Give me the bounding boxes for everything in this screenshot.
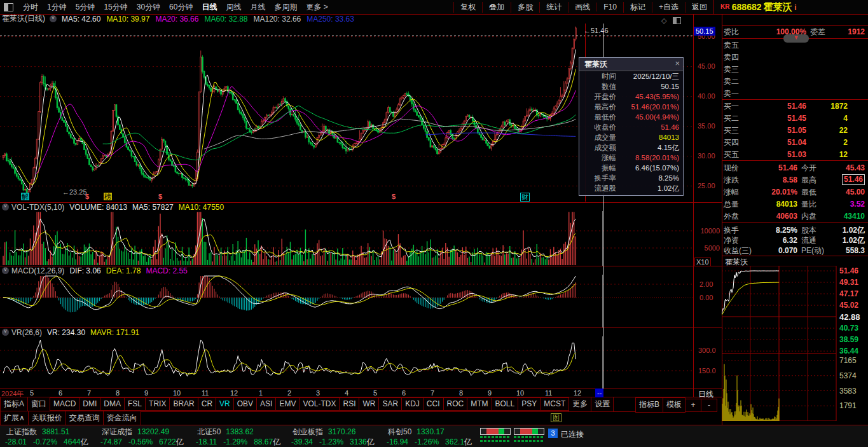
connection-badge[interactable]: 3	[548, 429, 558, 438]
sell-row-3[interactable]: 卖三	[724, 64, 866, 76]
event-marker-5[interactable]: 财	[520, 193, 530, 202]
index-group-4[interactable]: 科创501330.17-16.94-1.26%362.1亿	[382, 425, 477, 447]
axis-month-6: 11	[202, 389, 209, 397]
tool-item-6[interactable]: 标记	[623, 2, 652, 13]
tab-right-3[interactable]: -	[701, 399, 717, 412]
stock-name[interactable]: 霍莱沃	[764, 1, 792, 12]
chart-text-badge[interactable]: 图	[551, 413, 561, 422]
event-marker-0[interactable]: 解	[21, 193, 29, 200]
indicator-tab-ASI[interactable]: ASI	[256, 397, 276, 411]
period-item-10[interactable]: 更多 >	[301, 2, 332, 13]
collapse-vol-icon[interactable]: ˅	[2, 203, 9, 210]
indicator-tab-SAR[interactable]: SAR	[378, 397, 402, 411]
indicator-tab-MCST[interactable]: MCST	[540, 397, 569, 411]
indicator-tab-RSI[interactable]: RSI	[339, 397, 359, 411]
buy-row-1[interactable]: 买一51.461872	[724, 100, 866, 113]
event-marker-3[interactable]: $	[158, 193, 163, 200]
tool-item-4[interactable]: 画线	[568, 2, 596, 13]
window-split-icon[interactable]	[4, 3, 13, 11]
tool-item-2[interactable]: 多股	[511, 2, 539, 13]
tool-item-5[interactable]: F10	[596, 3, 623, 11]
volume-chart[interactable]	[0, 211, 693, 266]
indicator-tab-BOLL[interactable]: BOLL	[492, 397, 519, 411]
indicator-tab-FSL[interactable]: FSL	[124, 397, 146, 411]
period-item-3[interactable]: 15分钟	[99, 2, 132, 13]
popup-row-label-4: 最低价	[583, 112, 616, 122]
buy-row-5[interactable]: 买五51.0312	[724, 149, 866, 161]
period-item-7[interactable]: 周线	[221, 2, 245, 13]
diamond-icon[interactable]: ◇	[661, 17, 666, 25]
tab-right-2[interactable]: +	[685, 399, 701, 412]
indicator-tab-PSY[interactable]: PSY	[518, 397, 541, 411]
index-group-3[interactable]: 创业板指3170.26-39.34-1.23%3136亿	[286, 425, 382, 447]
mini-price-label-4: 42.88	[839, 312, 860, 322]
indicator-tab-更多[interactable]: 更多	[568, 397, 591, 412]
indicator-tab-DMI[interactable]: DMI	[79, 397, 100, 411]
period-item-1[interactable]: 1分钟	[43, 2, 71, 13]
period-item-0[interactable]: 分时	[18, 2, 43, 13]
indicator-tab-VR[interactable]: VR	[216, 397, 234, 411]
event-marker-2[interactable]: 榜	[104, 193, 112, 200]
bottom-tab-0[interactable]: 扩展∧	[0, 411, 29, 426]
indicator-tab-CCI[interactable]: CCI	[423, 397, 444, 411]
indicator-tab-BRAR[interactable]: BRAR	[169, 397, 198, 411]
period-item-2[interactable]: 5分钟	[71, 2, 100, 13]
period-item-5[interactable]: 60分钟	[165, 2, 197, 13]
index-group-2[interactable]: 北证501383.62-18.11-1.29%88.67亿	[191, 425, 286, 447]
indicator-tab-DMA[interactable]: DMA	[100, 397, 125, 411]
tool-item-8[interactable]: 返回	[685, 2, 713, 13]
indicator-tab-指标A[interactable]: 指标A	[0, 397, 28, 412]
buy-row-3[interactable]: 买三51.0522	[724, 125, 866, 137]
period-item-6[interactable]: 日线	[197, 2, 221, 13]
index-group-0[interactable]: 上证指数3881.51-28.01-0.72%4644亿	[0, 425, 95, 447]
collapse-vr-icon[interactable]: ˅	[2, 329, 9, 336]
period-item-4[interactable]: 30分钟	[132, 2, 165, 13]
fund-row-1-l1: 净资	[724, 236, 739, 245]
popup-title[interactable]: 霍莱沃	[579, 58, 683, 71]
collapse-macd-icon[interactable]: ˅	[2, 267, 9, 274]
tool-item-7[interactable]: +自选	[652, 2, 685, 13]
bottom-tab-2[interactable]: 交易查询	[65, 411, 104, 426]
popup-close-icon[interactable]: ×	[675, 58, 680, 68]
indicator-tab-KDJ[interactable]: KDJ	[401, 397, 424, 411]
bottom-tab-3[interactable]: 资金流向	[103, 411, 141, 426]
market-meter-1[interactable]	[480, 428, 511, 435]
indicator-tab-TRIX[interactable]: TRIX	[145, 397, 170, 411]
indicator-tab-OBV[interactable]: OBV	[233, 397, 257, 411]
info-icon[interactable]: i	[794, 3, 796, 12]
indicator-tab-CR[interactable]: CR	[198, 397, 216, 411]
indicator-tab-MACD[interactable]: MACD	[50, 397, 79, 411]
indicator-tab-VOL-TDX[interactable]: VOL-TDX	[299, 397, 340, 411]
period-item-8[interactable]: 月线	[245, 2, 270, 13]
split-view-icon[interactable]	[673, 17, 681, 24]
sell-row-1[interactable]: 卖一	[724, 88, 866, 100]
indicator-tab-EMV[interactable]: EMV	[275, 397, 300, 411]
indicator-tab-MTM[interactable]: MTM	[467, 397, 492, 411]
tab-right-0[interactable]: 指标B	[635, 397, 663, 413]
macd-chart[interactable]	[0, 275, 693, 327]
sell-row-4[interactable]: 卖四	[724, 52, 866, 64]
collapse-main-icon[interactable]: ˅	[50, 15, 57, 22]
buy-row-4[interactable]: 买四51.042	[724, 137, 866, 149]
tab-right-1[interactable]: 模板	[663, 397, 685, 413]
market-meter-2[interactable]	[514, 428, 544, 435]
indicator-tab-设置[interactable]: 设置	[591, 397, 614, 412]
meter-dot	[533, 440, 535, 442]
indicator-tab-窗口[interactable]: 窗口	[27, 397, 50, 412]
indicator-tab-ROC[interactable]: ROC	[443, 397, 468, 411]
buy-row-2[interactable]: 买二51.454	[724, 113, 866, 125]
indicator-tab-WR[interactable]: WR	[359, 397, 379, 411]
bottom-tab-1[interactable]: 关联报价	[28, 411, 66, 426]
tool-item-3[interactable]: 统计	[539, 2, 568, 13]
orderbook-collapse-button[interactable]: ▼	[783, 34, 809, 43]
axis-month-7: 12	[230, 389, 238, 397]
vr-chart[interactable]	[0, 336, 693, 389]
tool-item-0[interactable]: 复权	[453, 2, 482, 13]
index-group-1[interactable]: 深证成指13202.49-74.87-0.56%6722亿	[95, 425, 191, 447]
tool-item-1[interactable]: 叠加	[482, 2, 511, 13]
sell-row-2[interactable]: 卖二	[724, 76, 866, 88]
period-item-9[interactable]: 多周期	[270, 2, 301, 13]
event-marker-4[interactable]: $	[391, 193, 396, 200]
meter-dot	[541, 440, 543, 442]
chart-symbol-label[interactable]: 霍莱沃(日线)	[2, 13, 45, 24]
